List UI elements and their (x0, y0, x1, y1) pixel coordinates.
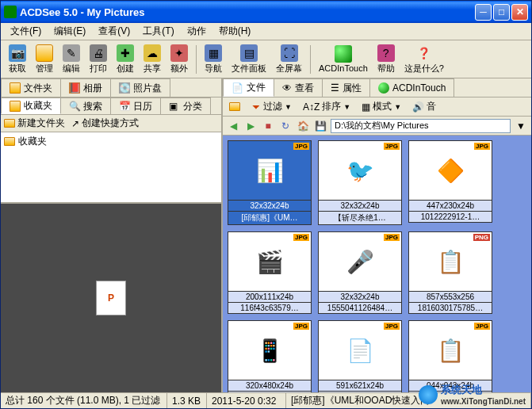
left-tabs-upper: 文件夹 📕相册 💿照片盘 (1, 78, 221, 97)
home-button[interactable]: 🏠 (296, 119, 310, 133)
forward-button[interactable]: ▶ (243, 119, 258, 133)
close-button[interactable]: ✕ (511, 4, 528, 21)
menu-edit[interactable]: 编辑(E) (48, 23, 92, 40)
whatsthis-button[interactable]: ❓这是什么? (400, 43, 449, 76)
thumbnail-item[interactable]: JPG📋044x043x24b (408, 320, 492, 392)
drive-button[interactable]: 💾 (313, 119, 327, 133)
tab-view[interactable]: 👁查看 (274, 78, 323, 97)
refresh-button[interactable]: ↻ (278, 119, 293, 133)
filter-bar: ⏷过滤▼ A↕Z排序▼ ▦模式▼ 🔊音 (223, 97, 531, 117)
tab-photodisk[interactable]: 💿照片盘 (110, 78, 170, 97)
manage-button[interactable]: 管理 (31, 43, 58, 76)
path-input[interactable] (331, 119, 511, 133)
help-button[interactable]: ?帮助 (373, 43, 400, 76)
thumbnail-item[interactable]: JPG🎤32x32x24b1555041126484… (318, 231, 402, 314)
tab-properties[interactable]: ☰属性 (322, 78, 370, 97)
tab-intouch[interactable]: ACDInTouch (369, 78, 454, 97)
files-icon: 📄 (232, 82, 243, 94)
calendar-icon: 📅 (119, 101, 130, 112)
menu-action[interactable]: 动作 (181, 23, 212, 40)
left-tabs-lower: 收藏夹 🔍搜索 📅日历 ▣分类 (1, 97, 221, 115)
workspace: 文件夹 📕相册 💿照片盘 收藏夹 🔍搜索 📅日历 ▣分类 新建文件夹 ↗创建快捷… (1, 78, 531, 392)
maximize-button[interactable]: □ (493, 4, 510, 21)
menu-tools[interactable]: 工具(T) (136, 23, 180, 40)
watermark-text2: www.XiTongTianDi.net (441, 397, 526, 406)
path-bar: ◀ ▶ ■ ↻ 🏠 💾 ▼ (223, 117, 531, 136)
tab-favorites[interactable]: 收藏夹 (1, 97, 61, 114)
app-window: ACDSee 5.0 - My Pictures ─ □ ✕ 文件(F) 编辑(… (0, 0, 532, 409)
path-dropdown[interactable]: ▼ (514, 119, 528, 133)
thumbnail-area[interactable]: JPG📊32x32x24b[邱郁惠]《UM…JPG🐦32x32x24b【斩尽杀绝… (223, 136, 531, 392)
format-badge: JPG (384, 323, 400, 330)
thumbnail-item[interactable]: JPG📄591x621x24b (318, 320, 402, 392)
folder-up-icon (229, 102, 240, 111)
back-button[interactable]: ◀ (226, 119, 240, 133)
window-title: ACDSee 5.0 - My Pictures (20, 6, 475, 18)
thumb-dims: 857x553x256 (408, 292, 492, 303)
folder-icon (4, 137, 15, 146)
titlebar[interactable]: ACDSee 5.0 - My Pictures ─ □ ✕ (1, 1, 531, 23)
tab-search[interactable]: 🔍搜索 (60, 97, 111, 114)
thumb-image: JPG🔶 (408, 140, 492, 201)
thumbnail-item[interactable]: JPG🐦32x32x24b【斩尽杀绝1… (318, 140, 402, 225)
tab-folders[interactable]: 文件夹 (1, 78, 61, 97)
thumb-image: JPG📊 (228, 140, 312, 201)
thumb-dims: 447x230x24b (408, 201, 492, 212)
disk-icon: 💿 (119, 82, 130, 94)
thumbnail-item[interactable]: JPG🎬200x111x24b116f43c63579… (228, 231, 312, 314)
newfolder-button[interactable]: 新建文件夹 (4, 117, 65, 130)
globe-icon (378, 82, 389, 94)
format-badge: JPG (474, 143, 490, 150)
thumbnail-item[interactable]: JPG🔶447x230x24b1012222912-1… (408, 140, 492, 225)
menu-view[interactable]: 查看(V) (92, 23, 136, 40)
categories-icon: ▣ (169, 101, 180, 112)
thumbnail-item[interactable]: PNG📋857x553x2561816030175785… (408, 231, 492, 314)
filepanel-button[interactable]: ▤文件面板 (227, 43, 271, 76)
tab-categories[interactable]: ▣分类 (160, 97, 211, 114)
sort-button[interactable]: A↕Z排序▼ (300, 99, 354, 114)
filter-icon: ⏷ (251, 101, 261, 113)
intouch-button[interactable]: ACDInTouch (314, 44, 373, 75)
format-badge: JPG (384, 143, 400, 150)
status-date: 2011-5-20 0:32 (207, 393, 286, 408)
create-button[interactable]: ✚创建 (112, 43, 139, 76)
album-icon: 📕 (69, 82, 80, 94)
nav-button[interactable]: ▦导航 (200, 43, 227, 76)
shortcut-button[interactable]: ↗创建快捷方式 (71, 117, 139, 130)
watermark-icon (419, 385, 438, 404)
tab-calendar[interactable]: 📅日历 (110, 97, 161, 114)
folder-icon (10, 82, 21, 94)
acquire-button[interactable]: 📷获取 (4, 43, 31, 76)
favorite-item[interactable]: 收藏夹 (2, 134, 220, 149)
properties-icon: ☰ (331, 82, 339, 94)
edit-button[interactable]: ✎编辑 (58, 43, 85, 76)
thumbnail-item[interactable]: JPG📱320x480x24b (228, 320, 312, 392)
sound-button[interactable]: 🔊音 (409, 99, 439, 114)
extra-button[interactable]: ✦额外 (166, 43, 193, 76)
favorites-list[interactable]: 收藏夹 (1, 132, 221, 204)
thumb-image: JPG🎬 (228, 231, 312, 292)
fullscreen-button[interactable]: ⛶全屏幕 (271, 43, 307, 76)
shortcut-icon: ↗ (71, 118, 79, 129)
mode-button[interactable]: ▦模式▼ (358, 99, 404, 114)
thumb-filename: [邱郁惠]《UM… (228, 212, 312, 225)
preview-pane[interactable]: P (1, 204, 221, 392)
tab-albums[interactable]: 📕相册 (60, 78, 111, 97)
thumb-image: JPG📱 (228, 320, 312, 380)
thumb-filename: 1816030175785… (408, 303, 492, 314)
left-toolbar: 新建文件夹 ↗创建快捷方式 (1, 115, 221, 132)
stop-button[interactable]: ■ (261, 119, 275, 133)
filter-button[interactable]: ⏷过滤▼ (248, 99, 295, 114)
tab-files[interactable]: 📄文件 (223, 78, 274, 97)
menu-file[interactable]: 文件(F) (4, 23, 48, 40)
thumb-dims: 32x32x24b (318, 292, 402, 303)
up-button[interactable] (226, 101, 243, 112)
thumb-filename: 116f43c63579… (228, 303, 312, 314)
format-badge: JPG (293, 234, 309, 241)
minimize-button[interactable]: ─ (475, 4, 492, 21)
share-button[interactable]: ☁共享 (139, 43, 166, 76)
menu-help[interactable]: 帮助(H) (212, 23, 258, 40)
print-button[interactable]: 🖨打印 (85, 43, 112, 76)
thumbnail-item[interactable]: JPG📊32x32x24b[邱郁惠]《UM… (228, 140, 312, 225)
watermark: 系统天地 www.XiTongTianDi.net (419, 383, 526, 406)
